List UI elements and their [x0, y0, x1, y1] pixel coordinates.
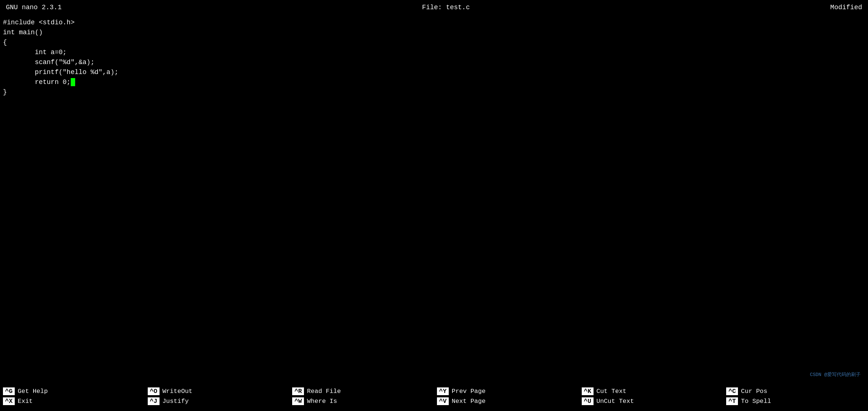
- shortcut-item-2-1[interactable]: ^WWhere Is: [292, 397, 431, 405]
- shortcut-key-3-1: ^V: [437, 397, 449, 405]
- shortcut-key-2-1: ^W: [292, 397, 304, 405]
- shortcut-label-2-1: Where Is: [307, 398, 337, 405]
- shortcut-item-1-0[interactable]: ^OWriteOut: [148, 387, 287, 395]
- shortcut-item-4-1[interactable]: ^UUnCut Text: [582, 397, 721, 405]
- shortcut-item-3-1[interactable]: ^VNext Page: [437, 397, 576, 405]
- shortcut-label-0-1: Exit: [18, 398, 33, 405]
- code-line-6: printf("hello %d",a);: [3, 67, 865, 77]
- shortcut-item-0-0[interactable]: ^GGet Help: [3, 387, 142, 395]
- shortcut-label-4-0: Cut Text: [596, 388, 627, 395]
- shortcut-key-4-1: ^U: [582, 397, 594, 405]
- shortcut-label-0-0: Get Help: [18, 388, 48, 395]
- shortcut-label-4-1: UnCut Text: [596, 398, 634, 405]
- shortcut-item-4-0[interactable]: ^KCut Text: [582, 387, 721, 395]
- text-cursor: [71, 78, 75, 86]
- code-line-2: int main(): [3, 28, 865, 38]
- code-line-5: scanf("%d",&a);: [3, 57, 865, 67]
- shortcut-item-5-0[interactable]: ^CCur Pos: [726, 387, 865, 395]
- watermark: CSDN @爱写代码的刷子: [810, 371, 861, 378]
- code-line-4: int a=0;: [3, 48, 865, 57]
- shortcut-key-0-1: ^X: [3, 397, 15, 405]
- shortcut-item-2-0[interactable]: ^RRead File: [292, 387, 431, 395]
- code-line-1: #include <stdio.h>: [3, 18, 865, 28]
- shortcut-item-1-1[interactable]: ^JJustify: [148, 397, 287, 405]
- status-bar: [0, 378, 868, 382]
- shortcut-item-0-1[interactable]: ^XExit: [3, 397, 142, 405]
- shortcut-key-5-1: ^T: [726, 397, 738, 405]
- shortcut-label-5-1: To Spell: [741, 398, 771, 405]
- app-title: GNU nano 2.3.1: [6, 4, 62, 11]
- code-line-8: }: [3, 87, 865, 97]
- shortcut-key-3-0: ^Y: [437, 387, 449, 395]
- shortcut-column-4: ^KCut Text^UUnCut Text: [579, 382, 724, 411]
- shortcut-column-5: ^CCur Pos^TTo Spell: [723, 382, 868, 411]
- shortcut-item-3-0[interactable]: ^YPrev Page: [437, 387, 576, 395]
- shortcut-column-2: ^RRead File^WWhere Is: [289, 382, 434, 411]
- shortcut-column-3: ^YPrev Page^VNext Page: [434, 382, 579, 411]
- shortcut-label-5-0: Cur Pos: [741, 388, 767, 395]
- shortcut-column-1: ^OWriteOut^JJustify: [145, 382, 290, 411]
- shortcut-label-2-0: Read File: [307, 388, 341, 395]
- shortcut-key-5-0: ^C: [726, 387, 738, 395]
- shortcut-label-3-1: Next Page: [452, 398, 486, 405]
- modified-status: Modified: [830, 4, 862, 11]
- shortcut-key-2-0: ^R: [292, 387, 304, 395]
- shortcut-key-1-1: ^J: [148, 397, 160, 405]
- file-title: File: test.c: [422, 4, 470, 11]
- editor-area[interactable]: #include <stdio.h> int main() { int a=0;…: [0, 15, 868, 378]
- shortcut-key-4-0: ^K: [582, 387, 594, 395]
- shortcut-label-1-0: WriteOut: [162, 388, 193, 395]
- code-line-3: {: [3, 38, 865, 48]
- shortcut-label-3-0: Prev Page: [452, 388, 486, 395]
- shortcut-key-0-0: ^G: [3, 387, 15, 395]
- shortcut-column-0: ^GGet Help^XExit: [0, 382, 145, 411]
- shortcut-bar: ^GGet Help^XExit^OWriteOut^JJustify^RRea…: [0, 382, 868, 411]
- shortcut-item-5-1[interactable]: ^TTo Spell: [726, 397, 865, 405]
- code-line-7: return 0;: [3, 77, 865, 87]
- shortcut-key-1-0: ^O: [148, 387, 160, 395]
- shortcut-label-1-1: Justify: [162, 398, 189, 405]
- title-bar: GNU nano 2.3.1 File: test.c Modified: [0, 0, 868, 15]
